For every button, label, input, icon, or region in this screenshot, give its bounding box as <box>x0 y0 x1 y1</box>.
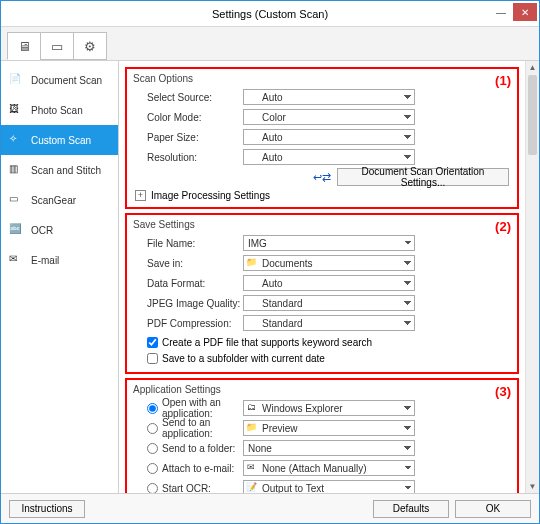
sidebar-item-document-scan[interactable]: 📄 Document Scan <box>1 65 118 95</box>
sidebar-item-scan-and-stitch[interactable]: ▥ Scan and Stitch <box>1 155 118 185</box>
pdf-keyword-checkbox[interactable] <box>147 337 158 348</box>
footer: Instructions Defaults OK <box>1 493 539 523</box>
image-processing-label: Image Processing Settings <box>151 190 270 201</box>
attach-email-radio[interactable] <box>147 463 158 474</box>
tab-general-settings[interactable]: ⚙ <box>73 32 107 60</box>
resolution-dropdown[interactable]: Auto <box>243 149 415 165</box>
sidebar-item-label: ScanGear <box>31 195 76 206</box>
window-title: Settings (Custom Scan) <box>212 8 328 20</box>
pdf-compression-label: PDF Compression: <box>133 318 243 329</box>
stitch-icon: ▥ <box>9 163 25 177</box>
panel-number: (1) <box>495 73 511 88</box>
select-source-label: Select Source: <box>133 92 243 103</box>
instructions-button[interactable]: Instructions <box>9 500 85 518</box>
sidebar-item-label: Document Scan <box>31 75 102 86</box>
sidebar-item-ocr[interactable]: 🔤 OCR <box>1 215 118 245</box>
folder-icon: 📁 <box>245 256 257 268</box>
document-icon: 📄 <box>9 73 25 87</box>
file-name-label: File Name: <box>133 238 243 249</box>
sidebar-item-label: E-mail <box>31 255 59 266</box>
subfolder-checkbox[interactable] <box>147 353 158 364</box>
email-icon: ✉ <box>9 253 25 267</box>
scroll-up-arrow-icon[interactable]: ▲ <box>526 61 539 74</box>
minimize-button[interactable]: — <box>489 3 513 21</box>
plus-icon: + <box>135 190 146 201</box>
attach-email-label: Attach to e-mail: <box>162 463 234 474</box>
sidebar-item-label: Photo Scan <box>31 105 83 116</box>
tab-scan-from-device[interactable]: ▭ <box>40 32 74 60</box>
scan-options-panel: (1) Scan Options Select Source: Auto Col… <box>125 67 519 209</box>
open-with-app-dropdown[interactable]: Windows Explorer <box>243 400 415 416</box>
color-mode-label: Color Mode: <box>133 112 243 123</box>
pdf-keyword-label: Create a PDF file that supports keyword … <box>162 337 372 348</box>
send-to-app-label: Send to an application: <box>162 417 243 439</box>
open-with-app-label: Open with an application: <box>162 397 243 419</box>
sidebar-item-email[interactable]: ✉ E-mail <box>1 245 118 275</box>
sliders-icon: ⚙ <box>84 39 96 54</box>
text-icon: 📝 <box>245 481 257 493</box>
paper-size-dropdown[interactable]: Auto <box>243 129 415 145</box>
open-with-app-radio[interactable] <box>147 403 158 414</box>
save-in-dropdown[interactable]: Documents <box>243 255 415 271</box>
tab-scan-from-computer[interactable]: 🖥 <box>7 32 41 60</box>
application-settings-panel: (3) Application Settings Open with an ap… <box>125 378 519 493</box>
start-ocr-dropdown[interactable]: Output to Text <box>243 480 415 493</box>
send-to-folder-radio[interactable] <box>147 443 158 454</box>
color-mode-dropdown[interactable]: Color <box>243 109 415 125</box>
sidebar-item-label: Scan and Stitch <box>31 165 101 176</box>
save-settings-panel: (2) Save Settings File Name: IMG Save in… <box>125 213 519 374</box>
folder-icon: 📁 <box>245 421 257 433</box>
ocr-icon: 🔤 <box>9 223 25 237</box>
close-button[interactable]: ✕ <box>513 3 537 21</box>
panel-number: (2) <box>495 219 511 234</box>
paper-size-label: Paper Size: <box>133 132 243 143</box>
sidebar: 📄 Document Scan 🖼 Photo Scan ✧ Custom Sc… <box>1 61 119 493</box>
send-to-app-dropdown[interactable]: Preview <box>243 420 415 436</box>
photo-icon: 🖼 <box>9 103 25 117</box>
select-source-dropdown[interactable]: Auto <box>243 89 415 105</box>
refresh-icon[interactable]: ↩⇄ <box>313 171 331 184</box>
data-format-label: Data Format: <box>133 278 243 289</box>
group-title: Save Settings <box>133 219 511 230</box>
data-format-dropdown[interactable]: Auto <box>243 275 415 291</box>
scangear-icon: ▭ <box>9 193 25 207</box>
ok-button[interactable]: OK <box>455 500 531 518</box>
group-title: Scan Options <box>133 73 511 84</box>
custom-icon: ✧ <box>9 133 25 147</box>
titlebar: Settings (Custom Scan) — ✕ <box>1 1 539 27</box>
image-processing-expander[interactable]: + Image Processing Settings <box>133 190 511 201</box>
explorer-icon: 🗂 <box>245 401 257 413</box>
jpeg-quality-label: JPEG Image Quality: <box>133 298 243 309</box>
sidebar-item-label: OCR <box>31 225 53 236</box>
defaults-button[interactable]: Defaults <box>373 500 449 518</box>
group-title: Application Settings <box>133 384 511 395</box>
toolbar: 🖥 ▭ ⚙ <box>1 27 539 61</box>
sidebar-item-custom-scan[interactable]: ✧ Custom Scan <box>1 125 118 155</box>
scanner-icon: ▭ <box>51 39 63 54</box>
send-to-app-radio[interactable] <box>147 423 158 434</box>
orientation-settings-button[interactable]: Document Scan Orientation Settings... <box>337 168 509 186</box>
attach-email-dropdown[interactable]: None (Attach Manually) <box>243 460 415 476</box>
monitor-icon: 🖥 <box>18 39 31 54</box>
send-to-folder-dropdown[interactable]: None <box>243 440 415 456</box>
scrollbar-thumb[interactable] <box>528 75 537 155</box>
panel-number: (3) <box>495 384 511 399</box>
scroll-down-arrow-icon[interactable]: ▼ <box>526 480 539 493</box>
sidebar-item-scangear[interactable]: ▭ ScanGear <box>1 185 118 215</box>
subfolder-label: Save to a subfolder with current date <box>162 353 325 364</box>
jpeg-quality-dropdown[interactable]: Standard <box>243 295 415 311</box>
resolution-label: Resolution: <box>133 152 243 163</box>
file-name-input[interactable]: IMG <box>243 235 415 251</box>
pdf-compression-dropdown[interactable]: Standard <box>243 315 415 331</box>
sidebar-item-label: Custom Scan <box>31 135 91 146</box>
save-in-label: Save in: <box>133 258 243 269</box>
settings-window: Settings (Custom Scan) — ✕ 🖥 ▭ ⚙ 📄 Docum… <box>0 0 540 524</box>
mail-icon: ✉ <box>245 461 257 473</box>
sidebar-item-photo-scan[interactable]: 🖼 Photo Scan <box>1 95 118 125</box>
content-area: (1) Scan Options Select Source: Auto Col… <box>119 61 539 493</box>
start-ocr-label: Start OCR: <box>162 483 211 494</box>
start-ocr-radio[interactable] <box>147 483 158 494</box>
vertical-scrollbar[interactable]: ▲ ▼ <box>525 61 539 493</box>
send-to-folder-label: Send to a folder: <box>162 443 235 454</box>
